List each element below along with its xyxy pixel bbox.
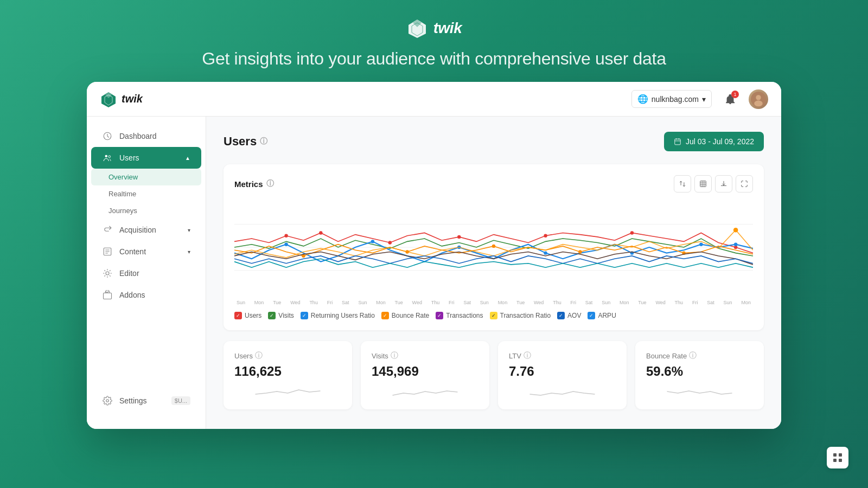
svg-point-50 (733, 228, 738, 233)
legend-check-arpu: ✓ (588, 312, 595, 319)
sidebar-item-editor[interactable]: Editor (91, 262, 201, 284)
metrics-title: Metrics ⓘ (234, 179, 274, 189)
stat-users-value: 116,625 (234, 364, 341, 379)
svg-point-36 (630, 231, 634, 234)
user-avatar[interactable] (749, 89, 768, 109)
main-content: Dashboard Users ▲ Overview Realtime Jour… (87, 117, 781, 429)
app-logo-icon (100, 91, 117, 108)
svg-point-31 (284, 234, 288, 237)
app-brand-text: twik (122, 93, 143, 105)
svg-point-34 (457, 235, 461, 239)
legend-transaction-ratio[interactable]: ✓ Transaction Ratio (490, 312, 551, 319)
date-range-button[interactable]: Jul 03 - Jul 09, 2022 (664, 132, 764, 151)
table-view-button[interactable] (694, 175, 712, 192)
metrics-card: Metrics ⓘ (224, 164, 764, 330)
svg-rect-19 (675, 139, 681, 145)
dashboard-icon (102, 131, 113, 142)
metrics-title-text: Metrics (234, 179, 263, 189)
acquisition-chevron: ▾ (188, 227, 190, 233)
stat-visits-sparkline (372, 383, 478, 400)
sidebar-item-acquisition[interactable]: Acquisition ▾ (91, 219, 201, 241)
brand-logo: twik (406, 17, 462, 39)
sidebar-item-content[interactable]: Content ▾ (91, 241, 201, 262)
stat-ltv-value: 7.76 (509, 364, 616, 379)
users-chevron: ▲ (185, 155, 190, 161)
legend-aov[interactable]: ✓ AOV (557, 312, 581, 319)
addons-icon (102, 290, 113, 300)
twik-logo-icon (406, 17, 428, 39)
legend-label-tx-ratio: Transaction Ratio (500, 312, 551, 319)
stats-row: Users ⓘ 116,625 Visits ⓘ 145,9 (224, 341, 764, 409)
date-range-text: Jul 03 - Jul 09, 2022 (686, 137, 754, 146)
chevron-down-icon: ▾ (702, 95, 706, 104)
page-title-text: Users (224, 134, 257, 149)
legend-label-users: Users (245, 312, 261, 319)
svg-point-32 (319, 231, 322, 234)
svg-point-33 (388, 241, 392, 244)
svg-point-8 (754, 100, 763, 106)
avatar-image (751, 92, 766, 107)
legend-bounce-rate[interactable]: ✓ Bounce Rate (381, 312, 429, 319)
editor-icon (102, 268, 113, 279)
avatar-placeholder (749, 89, 768, 109)
swap-axes-button[interactable] (674, 175, 691, 192)
stat-bounce-info[interactable]: ⓘ (689, 351, 697, 361)
legend-check-users: ✓ (234, 312, 242, 319)
stat-card-ltv: LTV ⓘ 7.76 (498, 341, 627, 409)
stat-ltv-sparkline (509, 383, 616, 400)
sidebar-sub-overview[interactable]: Overview (91, 169, 201, 185)
realtime-label: Realtime (108, 190, 136, 198)
stat-users-info[interactable]: ⓘ (255, 351, 263, 361)
addons-label: Addons (119, 291, 145, 299)
editor-label: Editor (119, 269, 139, 278)
stat-card-visits: Visits ⓘ 145,969 (361, 341, 489, 409)
sidebar-item-settings[interactable]: Settings $U... (91, 390, 201, 412)
legend-users[interactable]: ✓ Users (234, 312, 261, 319)
legend-label-arpu: ARPU (598, 312, 616, 319)
domain-selector[interactable]: 🌐 nulknbag.com ▾ (631, 90, 712, 108)
legend-transactions[interactable]: ✓ Transactions (436, 312, 483, 319)
svg-point-16 (106, 272, 109, 275)
svg-point-41 (544, 251, 547, 254)
content-label: Content (119, 247, 146, 256)
sidebar-sub-journeys[interactable]: Journeys (91, 202, 201, 219)
stat-visits-label: Visits ⓘ (372, 351, 478, 361)
svg-point-43 (699, 243, 703, 246)
chart-x-labels: SunMonTue WedThuFri SatSunMon TueWedThu … (234, 300, 753, 305)
legend-returning-users[interactable]: ✓ Returning Users Ratio (301, 312, 375, 319)
stat-visits-info[interactable]: ⓘ (391, 351, 398, 361)
page-title-info-icon[interactable]: ⓘ (260, 137, 267, 146)
stat-ltv-info[interactable]: ⓘ (524, 351, 531, 361)
svg-rect-23 (700, 181, 706, 187)
metrics-info-icon[interactable]: ⓘ (266, 179, 274, 189)
domain-text: nulknbag.com (652, 95, 699, 104)
settings-badge: $U... (171, 396, 190, 405)
acquisition-label: Acquisition (119, 226, 156, 234)
legend-check-aov: ✓ (557, 312, 565, 319)
sidebar-item-users[interactable]: Users ▲ (91, 147, 201, 169)
stat-users-label: Users ⓘ (234, 351, 341, 361)
app-brand: twik (100, 91, 219, 108)
legend-visits[interactable]: ✓ Visits (268, 312, 293, 319)
svg-point-10 (105, 155, 108, 158)
stat-card-users: Users ⓘ 116,625 (224, 341, 352, 409)
legend-check-tx-ratio: ✓ (490, 312, 497, 319)
tagline: Get insights into your audience with com… (202, 49, 666, 69)
download-button[interactable] (715, 175, 732, 192)
sidebar-item-addons[interactable]: Addons (91, 284, 201, 306)
metrics-actions (674, 175, 753, 192)
svg-rect-17 (104, 293, 112, 299)
metrics-header: Metrics ⓘ (234, 175, 753, 192)
legend-label-aov: AOV (567, 312, 581, 319)
sidebar-item-dashboard[interactable]: Dashboard (91, 125, 201, 147)
sidebar-sub-realtime[interactable]: Realtime (91, 185, 201, 202)
legend-label-returning: Returning Users Ratio (311, 312, 375, 319)
notification-button[interactable]: 1 (720, 89, 740, 109)
fullscreen-button[interactable] (736, 175, 753, 192)
content-icon (102, 246, 113, 257)
legend-arpu[interactable]: ✓ ARPU (588, 312, 616, 319)
settings-icon (102, 395, 113, 406)
acquisition-icon (102, 224, 113, 235)
dashboard-label: Dashboard (119, 132, 157, 140)
overview-label: Overview (108, 173, 138, 181)
